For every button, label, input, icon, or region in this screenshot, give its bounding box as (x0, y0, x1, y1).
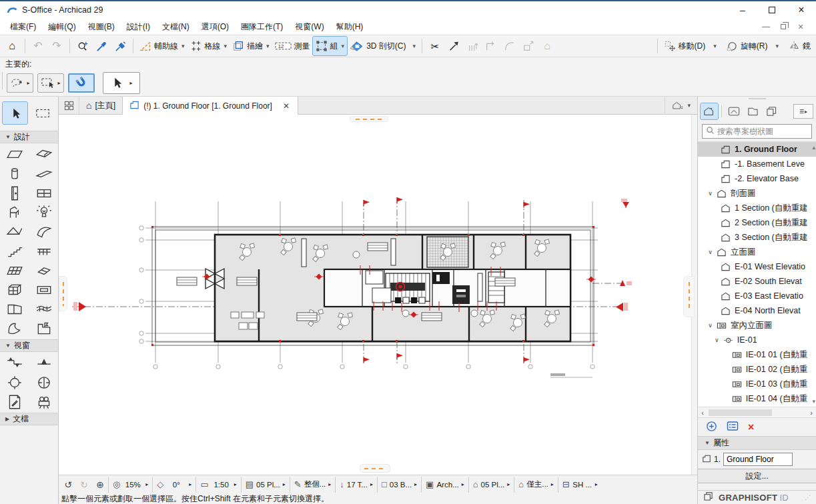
previous-zoom-button[interactable]: ↺ (60, 477, 76, 493)
surface-display-dropdown[interactable]: ⊟SH ...▸ (558, 477, 602, 493)
floor-plan-canvas[interactable] (59, 115, 697, 475)
menu-item-7[interactable]: 團隊工作(T) (235, 19, 289, 35)
stair-tool[interactable] (0, 241, 29, 261)
panel-drag-handle-right[interactable] (683, 276, 695, 317)
door-tool[interactable] (0, 183, 29, 203)
resize-grip[interactable]: ⋰ (805, 494, 811, 501)
chevron-down-icon[interactable]: ∨ (707, 190, 714, 197)
window-close-button[interactable]: × (787, 1, 816, 19)
document-restore-button[interactable] (775, 22, 792, 31)
railing-tool[interactable] (29, 241, 59, 261)
adjust-button[interactable] (444, 37, 463, 55)
tree-item-3-section-[interactable]: 3 Section (自動重建 (698, 230, 816, 245)
zoom-in-button[interactable]: ⊕ (92, 477, 108, 493)
scroll-right-icon[interactable]: › (807, 407, 816, 417)
beam-tool[interactable] (29, 164, 59, 183)
detail-tool[interactable] (0, 373, 29, 392)
trace-reference-button[interactable]: 描繪▾ (230, 37, 272, 55)
curtain-wall-tool[interactable] (0, 261, 29, 280)
split-button[interactable]: ✂ (426, 37, 444, 55)
fillet-button[interactable] (500, 37, 519, 55)
window-tool[interactable] (29, 183, 59, 203)
tree-item--1-basement-leve[interactable]: -1. Basement Leve (698, 157, 816, 171)
story-setting-dropdown[interactable]: ⌂05 Pl...▸ (468, 477, 514, 493)
camera-tool[interactable] (29, 392, 59, 411)
resize-button[interactable] (519, 37, 538, 55)
inject-parameters-button[interactable] (111, 37, 129, 55)
redo-button[interactable]: ↷ (47, 37, 66, 55)
marker-style-dropdown[interactable]: □03 B...▸ (377, 477, 421, 493)
tree-item-ie-01-04-[interactable]: IE-01 04 (自動重 (698, 391, 816, 406)
opening-tool[interactable] (29, 280, 59, 299)
menu-item-8[interactable]: 視窗(W) (289, 19, 330, 35)
home-button[interactable]: ⌂ (3, 37, 21, 55)
morph-tool[interactable] (0, 319, 29, 338)
tree-item--[interactable]: ∨立面圖 (698, 245, 816, 259)
story-name-field[interactable] (723, 453, 793, 466)
tree-item-e-03-east-elevatio[interactable]: E-03 East Elevatio (698, 289, 816, 303)
lamp-tool[interactable] (29, 203, 59, 222)
tree-item-ie-01-02-[interactable]: IE-01 02 (自動重 (698, 362, 816, 377)
rotation-angle-dropdown[interactable]: ◇0°▸ (152, 477, 195, 493)
panel-drag-handle-left[interactable] (59, 276, 67, 311)
menu-item-3[interactable]: 視圖(B) (82, 19, 121, 35)
view-settings-dropdown[interactable]: ▾ (665, 97, 697, 114)
menu-item-2[interactable]: 編輯(Q) (42, 19, 81, 35)
chevron-down-icon[interactable]: ∨ (707, 249, 714, 255)
polygon-selection-button[interactable]: ▸ (7, 73, 33, 93)
menu-item-1[interactable]: 檔案(F) (4, 19, 42, 35)
project-map-button[interactable] (701, 103, 718, 119)
tab-home[interactable]: ⌂ [主頁] (79, 97, 122, 114)
group-button[interactable]: 組▾ (313, 37, 348, 55)
tree-item-e-04-north-elevat[interactable]: E-04 North Elevat (698, 303, 816, 318)
layout-book-button[interactable] (744, 103, 761, 119)
tab-ground-floor[interactable]: (!) 1. Ground Floor [1. Ground Floor] ✕ (122, 97, 298, 115)
rotate-button[interactable]: 旋轉(R)▾ (723, 37, 781, 55)
tree-item-1-section-[interactable]: 1 Section (自動重建 (698, 201, 816, 215)
column-tool[interactable] (0, 164, 29, 183)
interior-elevation-tool[interactable] (29, 373, 59, 392)
tree-item--[interactable]: ∨室內立面圖 (698, 318, 816, 333)
measure-button[interactable]: 12 測量 (272, 37, 313, 55)
elevation-tool[interactable] (29, 353, 59, 373)
grid-snap-button[interactable]: 格線▾ (187, 37, 230, 55)
scroll-left-icon[interactable]: ‹ (698, 407, 707, 417)
scroll-down-icon[interactable]: ▾ (812, 398, 815, 405)
chevron-down-icon[interactable]: ∨ (713, 337, 721, 343)
shell-tool[interactable] (29, 222, 59, 241)
navigator-search[interactable] (702, 124, 812, 139)
window-maximize-button[interactable] (757, 1, 787, 19)
tree-item-ie-01-01-[interactable]: IE-01 01 (自動重 (698, 347, 816, 362)
tree-item-e-01-west-elevatio[interactable]: E-01 West Elevatio (698, 259, 816, 274)
pick-up-parameters-button[interactable] (92, 37, 111, 55)
menu-item-6[interactable]: 選項(O) (195, 19, 235, 35)
marquee-tool[interactable] (30, 102, 55, 124)
document-close-button[interactable]: × (792, 21, 809, 32)
zoom-level-dropdown[interactable]: ◎15%▸ (108, 477, 152, 493)
delete-item-button[interactable]: × (748, 421, 754, 433)
undo-button[interactable]: ↶ (29, 37, 47, 55)
next-zoom-button[interactable]: ↻ (76, 477, 92, 493)
slab-tool[interactable] (29, 145, 59, 164)
document-minimize-button[interactable]: — (757, 22, 775, 31)
add-story-button[interactable] (706, 421, 717, 434)
intersect-button[interactable] (463, 37, 482, 55)
guide-lines-button[interactable]: 輔助線▾ (137, 37, 187, 55)
roof-tool[interactable] (0, 222, 29, 241)
zone-stamp-tool[interactable] (29, 319, 59, 338)
tree-item-ie-01-03-[interactable]: IE-01 03 (自動重 (698, 377, 816, 391)
tab-overview-button[interactable] (59, 97, 79, 114)
drawing-scale-dropdown[interactable]: ▭1:50▸ (195, 477, 240, 493)
tree-item-1-ground-floor[interactable]: 1. Ground Floor (698, 142, 816, 157)
toolbox-section-design[interactable]: ▼ 設計 (0, 131, 58, 143)
layer-combination-dropdown[interactable]: ▤05 Pl...▸ (241, 477, 290, 493)
scrollbar-thumb[interactable] (709, 409, 772, 416)
tree-item-e-02-south-elevat[interactable]: E-02 South Elevat (698, 274, 816, 289)
grid-element-tool[interactable] (0, 280, 29, 299)
panel-drag-handle-bottom[interactable] (360, 464, 390, 473)
cutaway-3d-button[interactable]: 3D 剖切(C)▾ (347, 37, 418, 55)
toolbox-section-document[interactable]: ▶ 文檔 (0, 413, 58, 425)
story-settings-button[interactable] (727, 421, 739, 433)
arrow-tool-button[interactable]: ▸ (103, 72, 140, 94)
navigator-menu-button[interactable]: ≡▸ (793, 104, 813, 119)
